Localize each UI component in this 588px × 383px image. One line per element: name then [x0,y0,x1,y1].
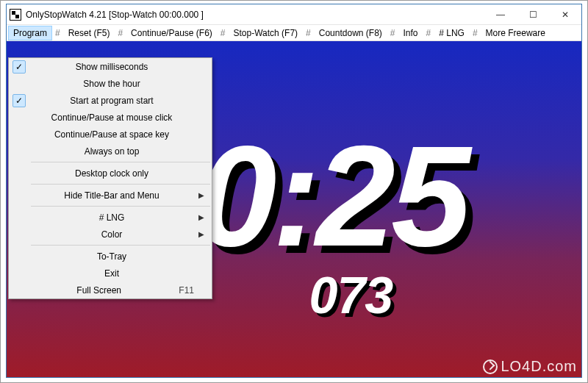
minimize-button[interactable]: — [484,4,517,24]
menu-bar: Program # Reset (F5) # Continue/Pause (F… [7,25,581,41]
menu-divider [31,245,210,246]
window-controls: — ☐ ✕ [484,4,581,24]
menu-more-freeware[interactable]: More Freeware [481,26,551,40]
menuitem-hide-titlebar-menu[interactable]: Hide Title-Bar and Menu ▶ [9,187,212,204]
menu-separator-icon: # [470,28,481,38]
title-bar: OnlyStopWatch 4.21 [Stop-Watch 00:00.000… [7,4,581,25]
app-window: OnlyStopWatch 4.21 [Stop-Watch 00:00.000… [6,4,582,378]
watermark-text: LO4D.com [501,358,577,375]
menuitem-desktop-clock-only[interactable]: Desktop clock only [9,165,212,182]
check-icon: ✓ [15,62,23,72]
menuitem-show-hour[interactable]: Show the hour [9,75,212,92]
submenu-arrow-icon: ▶ [194,213,204,221]
program-dropdown: ✓ Show milliseconds Show the hour ✓ Star… [8,57,212,299]
close-button[interactable]: ✕ [549,4,581,24]
menuitem-to-tray[interactable]: To-Tray [9,248,212,265]
menu-countdown[interactable]: Countdown (F8) [314,26,387,40]
menuitem-color[interactable]: Color ▶ [9,226,212,243]
window-title: OnlyStopWatch 4.21 [Stop-Watch 00:00.000… [26,10,204,20]
menu-divider [31,162,210,162]
menuitem-exit[interactable]: Exit [9,265,212,282]
submenu-arrow-icon: ▶ [194,230,204,238]
submenu-arrow-icon: ▶ [194,191,204,199]
menu-reset[interactable]: Reset (F5) [63,26,115,40]
accelerator-label: F11 [168,285,194,296]
menu-lng[interactable]: # LNG [434,26,470,40]
menuitem-continue-pause-space[interactable]: Continue/Pause at space key [9,126,212,143]
timer-milliseconds: 073 [309,266,392,325]
menu-separator-icon: # [303,28,314,38]
check-icon: ✓ [15,96,23,106]
menu-program[interactable]: Program [8,26,52,40]
menuitem-continue-pause-mouse[interactable]: Continue/Pause at mouse click [9,109,212,126]
menuitem-always-on-top[interactable]: Always on top [9,143,212,160]
menuitem-start-at-program-start[interactable]: ✓ Start at program start [9,92,212,109]
maximize-button[interactable]: ☐ [517,4,549,24]
menu-separator-icon: # [52,28,63,38]
app-icon [10,9,21,21]
watermark: LO4D.com [483,358,577,375]
menu-separator-icon: # [387,28,398,38]
menu-stop-watch[interactable]: Stop-Watch (F7) [229,26,304,40]
menu-separator-icon: # [218,28,229,38]
download-icon [483,359,498,374]
stopwatch-display-area[interactable]: 00:25 073 ✓ Show milliseconds Show the h… [7,41,581,377]
menuitem-full-screen[interactable]: Full Screen F11 [9,282,212,298]
menu-continue-pause[interactable]: Continue/Pause (F6) [126,26,218,40]
menu-info[interactable]: Info [398,26,423,40]
menu-divider [31,206,210,207]
menu-divider [31,184,210,185]
menu-separator-icon: # [423,28,434,38]
menu-separator-icon: # [115,28,126,38]
menuitem-lng[interactable]: # LNG ▶ [9,209,212,226]
menuitem-show-milliseconds[interactable]: ✓ Show milliseconds [9,58,212,75]
